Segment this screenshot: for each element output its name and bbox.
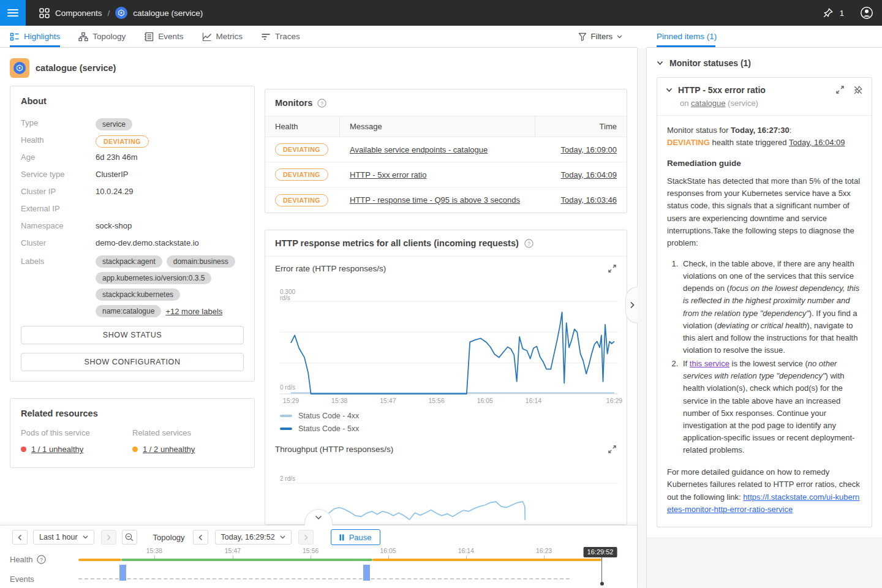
monitor-health-badge: DEVIATING: [275, 194, 328, 206]
tab-label: Events: [158, 32, 183, 41]
monitor-time-link[interactable]: Today, 16:03:46: [560, 195, 617, 205]
entity-icon: [10, 58, 29, 78]
type-chip: service: [96, 118, 132, 130]
about-row-label: Cluster IP: [21, 186, 96, 196]
breadcrumb-separator: /: [108, 9, 110, 18]
timeline-bar: Last 1 hour Topology Today, 16:29:52 Pau…: [0, 525, 637, 588]
monitor-health-badge: DEVIATING: [275, 143, 328, 156]
tab-traces[interactable]: Traces: [261, 26, 300, 47]
timeline-tick-label: 16:05: [380, 547, 396, 554]
pin-icon[interactable]: [823, 7, 834, 18]
svg-text:15:38: 15:38: [331, 397, 347, 404]
error-rate-chart: 0.300rd/s0 rd/s15:2915:3815:4715:5616:05…: [265, 278, 627, 407]
event-marker[interactable]: [363, 565, 370, 581]
more-labels-link[interactable]: +12 more labels: [165, 307, 222, 316]
about-row: Cluster IP10.0.24.29: [21, 186, 244, 203]
text-segment: Today, 16:27:30: [731, 126, 790, 135]
pinned-card-on-prefix: on: [680, 99, 688, 108]
health-help-icon[interactable]: ?: [37, 555, 46, 564]
pause-button[interactable]: Pause: [331, 529, 380, 545]
monitor-row: DEVIATINGAvailable service endpoints - c…: [265, 137, 627, 162]
error-rate-title: Error rate (HTTP responses/s): [275, 264, 386, 273]
about-row-label: Health: [21, 134, 96, 145]
about-row-label: Cluster: [21, 237, 96, 247]
tab-highlights[interactable]: Highlights: [10, 26, 60, 47]
pinned-card-expand-icon[interactable]: [835, 85, 845, 95]
label-chip: stackpack:kubernetes: [96, 288, 180, 301]
user-avatar-icon[interactable]: [860, 6, 873, 20]
time-range-back-button[interactable]: [12, 530, 28, 545]
timeline-tick-label: 15:47: [225, 547, 241, 554]
panel-collapse-handle[interactable]: [625, 287, 638, 323]
http-metrics-card: HTTP response metrics for all clients (i…: [265, 230, 627, 525]
timeline-tick-label: 15:38: [146, 547, 162, 554]
svg-text:16:05: 16:05: [477, 397, 493, 404]
highlights-icon: [10, 32, 20, 42]
pinned-card-target-link[interactable]: catalogue: [691, 99, 725, 108]
monitors-help-icon[interactable]: ?: [317, 99, 326, 108]
http-metrics-title: HTTP response metrics for all clients (i…: [275, 238, 519, 248]
hamburger-menu-button[interactable]: [0, 0, 26, 26]
remediation-steps: Check, in the table above, if there are …: [680, 258, 862, 456]
pinned-items-tab[interactable]: Pinned items (1): [657, 32, 717, 41]
topology-icon: [78, 32, 88, 42]
about-row: External IP: [21, 203, 244, 220]
about-row: Namespacesock-shop: [21, 220, 244, 237]
main-content: catalogue (service) About TypeserviceHea…: [0, 48, 637, 525]
throughput-title: Throughput (HTTP responses/s): [275, 445, 393, 454]
error-rate-expand-icon[interactable]: [608, 264, 617, 273]
monitor-statuses-chevron-icon[interactable]: [657, 61, 663, 66]
monitor-row: DEVIATINGHTTP - 5xx error ratioToday, 16…: [265, 162, 627, 187]
about-row-value: 6d 23h 46m: [96, 151, 138, 162]
about-row-label: Service type: [21, 168, 96, 179]
pinned-monitor-card: HTTP - 5xx error ratio on catalogue (ser…: [657, 77, 872, 527]
show-status-button[interactable]: SHOW STATUS: [21, 326, 244, 344]
time-range-dropdown[interactable]: Last 1 hour: [33, 530, 94, 545]
monitor-message-link[interactable]: HTTP - 5xx error ratio: [350, 170, 426, 179]
monitor-status-line: Monitor status for Today, 16:27:30:: [667, 124, 862, 137]
time-back-button[interactable]: [193, 530, 208, 545]
show-configuration-button[interactable]: SHOW CONFIGURATION: [21, 353, 244, 371]
monitors-column-header: Time: [535, 116, 627, 137]
tab-metrics[interactable]: Metrics: [202, 26, 243, 47]
time-range-forward-button: [101, 530, 116, 545]
timeline-tick-label: 15:56: [303, 547, 318, 554]
related-resources-title: Related resources: [21, 409, 244, 418]
top-bar: Components / catalogue (service) 1: [0, 0, 882, 26]
filters-control[interactable]: Filters: [578, 26, 637, 47]
svg-text:rd/s: rd/s: [280, 295, 290, 301]
event-marker[interactable]: [119, 565, 126, 581]
pinned-card-chevron-icon[interactable]: [666, 88, 673, 92]
monitor-message-link[interactable]: Available service endpoints - catalogue: [350, 145, 488, 154]
http-metrics-help-icon[interactable]: ?: [524, 239, 533, 248]
legend-swatch: [280, 428, 292, 430]
inline-link[interactable]: Today, 16:04:09: [789, 138, 845, 147]
remediation-step-link[interactable]: this service: [690, 359, 729, 368]
legend-item: Status Code - 5xx: [280, 424, 627, 433]
unpin-icon[interactable]: [853, 85, 863, 95]
related-resource-link[interactable]: 1 / 2 unhealthy: [143, 445, 195, 454]
view-tabbar: HighlightsTopologyEventsMetricsTracesFil…: [0, 26, 637, 48]
label-chip: stackpack:agent: [96, 255, 162, 268]
tab-events[interactable]: Events: [144, 26, 183, 47]
zoom-out-button[interactable]: [122, 530, 137, 545]
current-time-marker-dot: [600, 582, 604, 586]
about-card: About TypeserviceHealthDEVIATINGAge6d 23…: [10, 86, 255, 382]
related-resource-link[interactable]: 1 / 1 unhealthy: [31, 445, 83, 454]
remediation-step: If this service is the lowest service (n…: [680, 358, 862, 456]
current-time-dropdown[interactable]: Today, 16:29:52: [215, 530, 292, 545]
legend-swatch: [280, 415, 292, 417]
label-chip: name:catalogue: [96, 305, 161, 317]
monitor-message-link[interactable]: HTTP - response time - Q95 is above 3 se…: [350, 195, 520, 205]
breadcrumb-section[interactable]: Components: [55, 9, 102, 18]
timeline-tick-label: 16:23: [536, 547, 552, 554]
panel-divider: [637, 48, 647, 588]
throughput-expand-icon[interactable]: [608, 445, 617, 454]
legend-label: Status Code - 5xx: [298, 424, 359, 433]
tab-topology[interactable]: Topology: [78, 26, 126, 47]
monitor-time-link[interactable]: Today, 16:04:09: [560, 170, 617, 179]
related-resource-group: Pods of this service1 / 1 unhealthy: [21, 428, 132, 454]
monitor-time-link[interactable]: Today, 16:09:00: [560, 145, 617, 154]
monitors-card: Monitors ? HealthMessageTime DEVIATINGAv…: [265, 89, 627, 213]
remediation-footer: For more detailed guidance on how to rem…: [667, 466, 862, 516]
